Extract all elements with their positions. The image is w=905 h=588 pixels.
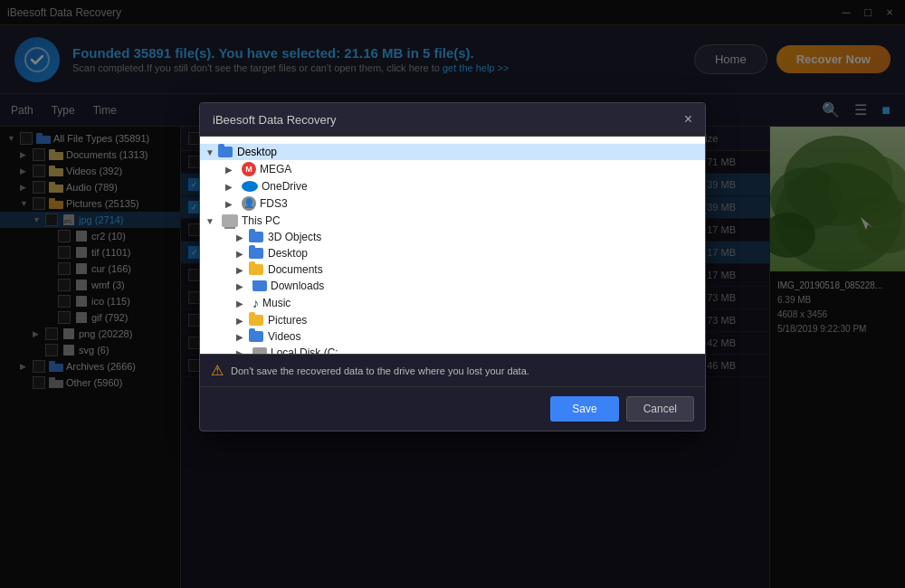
expand-icon: ▼ [205,216,218,226]
tree-item-3dobjects[interactable]: ▶ 3D Objects [200,229,705,245]
warning-text: Don't save the recovered data to the dri… [231,365,529,376]
expand-icon: ▶ [236,281,249,291]
modal-overlay: iBeesoft Data Recovery × ▼ Desktop ▶ M M… [0,0,905,588]
tree-label-desktop-sub: Desktop [268,247,308,260]
save-dialog: iBeesoft Data Recovery × ▼ Desktop ▶ M M… [199,102,706,432]
tree-label-music: Music [262,297,291,309]
tree-item-pictures-sub[interactable]: ▶ Pictures [200,312,705,328]
expand-icon: ▶ [225,165,238,175]
tree-label-mega: MEGA [260,163,291,175]
tree-label-documents-sub: Documents [268,263,323,276]
tree-item-onedrive[interactable]: ▶ OneDrive [200,178,705,194]
folder-icon [249,264,263,275]
expand-icon: ▶ [236,332,249,342]
person-icon: 👤 [242,196,256,211]
expand-icon: ▶ [236,299,249,308]
warning-icon: ⚠ [211,362,224,379]
tree-item-desktop[interactable]: ▼ Desktop [200,144,705,160]
tree-item-documents-sub[interactable]: ▶ Documents [200,261,705,278]
save-button[interactable]: Save [550,396,618,422]
downloads-folder-icon [252,280,267,291]
folder-icon [249,248,263,259]
expand-icon: ▶ [236,265,249,275]
tree-label-3dobjects: 3D Objects [268,231,321,243]
tree-label-fds3: FDS3 [260,197,288,210]
dialog-warning: ⚠ Don't save the recovered data to the d… [200,354,705,386]
folder-icon [249,315,263,326]
dialog-actions: Save Cancel [200,386,705,431]
expand-icon: ▶ [236,249,249,259]
disk-icon [252,347,267,354]
tree-item-desktop-sub[interactable]: ▶ Desktop [200,245,705,261]
expand-icon: ▶ [236,232,249,242]
folder-tree[interactable]: ▼ Desktop ▶ M MEGA ▶ OneDrive [200,137,705,354]
folder-icon [249,331,263,342]
tree-label-downloads: Downloads [271,280,324,292]
tree-item-this-pc[interactable]: ▼ This PC [200,213,705,229]
mega-icon: M [242,162,256,176]
tree-label-pictures-sub: Pictures [268,314,307,327]
music-icon: ♪ [252,296,259,310]
expand-icon: ▶ [225,199,238,209]
tree-item-mega[interactable]: ▶ M MEGA [200,160,705,178]
folder-icon [218,147,233,157]
expand-icon: ▶ [236,348,249,355]
tree-label-desktop: Desktop [237,146,277,158]
dialog-close-button[interactable]: × [684,112,692,127]
expand-icon: ▶ [225,182,238,192]
dialog-title: iBeesoft Data Recovery [213,113,337,127]
tree-item-downloads[interactable]: ▶ Downloads [200,278,705,294]
tree-item-videos-sub[interactable]: ▶ Videos [200,328,705,345]
tree-label-videos-sub: Videos [268,330,300,343]
tree-label-onedrive: OneDrive [262,180,308,193]
folder-icon [249,232,263,242]
tree-label-this-pc: This PC [242,214,281,227]
dialog-header: iBeesoft Data Recovery × [200,103,705,137]
tree-item-local-disk[interactable]: ▶ Local Disk (C: [200,345,705,354]
pc-icon [222,214,238,227]
onedrive-icon [242,181,258,192]
expand-icon: ▼ [205,147,218,157]
tree-item-fds3[interactable]: ▶ 👤 FDS3 [200,194,705,213]
tree-label-local-disk: Local Disk (C: [271,346,338,354]
dialog-body: ▼ Desktop ▶ M MEGA ▶ OneDrive [200,137,705,354]
tree-item-music[interactable]: ▶ ♪ Music [200,294,705,312]
expand-icon: ▶ [236,316,249,326]
cancel-button[interactable]: Cancel [626,396,694,422]
